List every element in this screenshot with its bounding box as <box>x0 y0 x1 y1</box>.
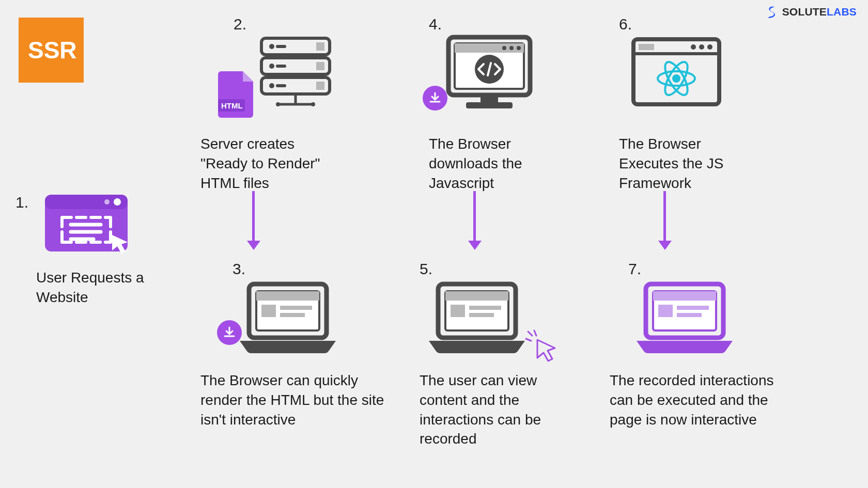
step-3: 3. The Browser can quickly render the HT… <box>200 260 397 429</box>
step-2-text: Server creates "Ready to Render" HTML fi… <box>200 134 345 193</box>
svg-rect-17 <box>316 62 324 70</box>
svg-point-14 <box>269 83 274 88</box>
step-1-text: User Requests a Website <box>36 268 176 307</box>
svg-rect-44 <box>469 306 501 310</box>
svg-point-22 <box>311 102 315 106</box>
svg-point-52 <box>691 44 696 50</box>
svg-rect-29 <box>280 306 312 310</box>
svg-point-54 <box>707 44 712 50</box>
arrow-6-to-7-icon <box>663 191 666 243</box>
svg-rect-64 <box>677 313 702 317</box>
svg-point-53 <box>699 44 704 50</box>
svg-point-34 <box>517 46 521 50</box>
svg-point-3 <box>104 199 110 204</box>
svg-rect-18 <box>316 82 324 90</box>
ssr-badge: SSR <box>19 18 84 83</box>
svg-point-36 <box>502 46 506 50</box>
svg-point-10 <box>269 44 274 49</box>
step-4-text: The Browser downloads the Javascript <box>429 134 563 193</box>
svg-rect-62 <box>658 305 673 317</box>
svg-rect-42 <box>445 291 508 301</box>
step-7-text: The recorded interactions can be execute… <box>610 371 791 429</box>
arrow-4-to-5-icon <box>473 191 476 243</box>
svg-rect-16 <box>316 42 324 51</box>
step-2: 2. <box>234 15 399 193</box>
download-badge-icon <box>217 320 242 345</box>
svg-rect-38 <box>481 95 498 102</box>
step-6-number: 6. <box>619 15 784 33</box>
download-badge-icon <box>423 86 447 111</box>
svg-line-46 <box>534 330 536 336</box>
step-1: 1. User Requests a Website <box>16 194 186 307</box>
step-6-text: The Browser Executes the JS Framework <box>619 134 748 193</box>
svg-point-35 <box>509 46 514 50</box>
laptop-gray-icon <box>237 281 340 358</box>
svg-point-12 <box>269 64 274 69</box>
step-1-number: 1. <box>16 194 28 211</box>
solutelabs-logo-text: SOLUTELABS <box>782 6 857 18</box>
step-7: 7. The recorded interactions can be exec… <box>610 260 806 429</box>
svg-point-2 <box>114 198 121 206</box>
svg-point-21 <box>276 102 280 106</box>
step-4: 4. The Browser downloads the Javascript <box>429 15 594 193</box>
step-5-number: 5. <box>420 260 606 278</box>
server-stack-icon <box>258 36 338 111</box>
laptop-purple-icon <box>633 281 737 358</box>
svg-rect-63 <box>677 306 709 310</box>
step-5: 5. The user can view content and the int… <box>420 260 606 449</box>
svg-rect-27 <box>256 291 319 301</box>
ssr-badge-label: SSR <box>28 36 77 64</box>
browser-request-icon <box>44 194 132 256</box>
step-7-number: 7. <box>628 260 806 278</box>
svg-rect-13 <box>276 65 286 68</box>
step-6: 6. The Browser Executes the JS Framework <box>619 15 784 193</box>
step-2-number: 2. <box>234 15 399 33</box>
svg-rect-15 <box>276 84 286 87</box>
svg-line-48 <box>528 332 532 336</box>
svg-rect-43 <box>451 305 465 317</box>
svg-rect-11 <box>276 45 286 48</box>
arrow-2-to-3-icon <box>252 191 255 243</box>
step-5-text: The user can view content and the intera… <box>420 371 580 449</box>
browser-react-icon <box>630 36 723 108</box>
svg-point-58 <box>673 75 679 82</box>
svg-line-47 <box>526 339 531 341</box>
svg-rect-39 <box>466 102 513 108</box>
svg-rect-45 <box>469 313 494 317</box>
svg-rect-28 <box>261 305 276 317</box>
svg-rect-61 <box>653 291 716 301</box>
laptop-gray-icon <box>426 281 529 358</box>
code-monitor-icon <box>443 34 536 112</box>
html-file-icon: HTML <box>217 69 257 119</box>
step-3-number: 3. <box>233 260 397 278</box>
svg-rect-51 <box>639 44 654 50</box>
svg-rect-30 <box>280 313 305 317</box>
step-4-number: 4. <box>429 15 594 33</box>
click-cursor-icon <box>523 328 559 365</box>
step-3-text: The Browser can quickly render the HTML … <box>200 371 386 429</box>
svg-text:HTML: HTML <box>221 101 243 110</box>
